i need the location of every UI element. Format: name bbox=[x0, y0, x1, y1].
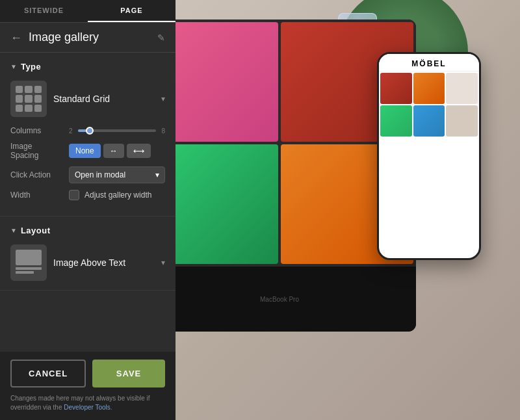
slider-thumb[interactable] bbox=[86, 127, 94, 135]
columns-min: 2 bbox=[69, 127, 73, 135]
type-section-header[interactable]: ▼ Type bbox=[10, 62, 165, 72]
footer-note: Changes made here may not always be visi… bbox=[10, 394, 165, 412]
grid-type-label: Standard Grid bbox=[53, 94, 155, 104]
laptop-keyboard: MacBook Pro bbox=[143, 267, 416, 332]
spacing-btn-large[interactable]: ⟷ bbox=[127, 144, 151, 158]
layout-section-header[interactable]: ▼ Layout bbox=[10, 226, 165, 235]
click-action-select[interactable]: Open in modal ▾ bbox=[69, 166, 165, 183]
spacing-btn-none[interactable]: None bbox=[69, 144, 101, 158]
grid-cell bbox=[25, 95, 32, 102]
sidebar-panel: SITEWIDE PAGE ← Image gallery ✎ ▼ Type bbox=[0, 0, 176, 420]
footer-buttons: CANCEL SAVE bbox=[10, 360, 165, 387]
click-action-label: Click Action bbox=[10, 170, 62, 179]
grid-cell bbox=[25, 86, 32, 93]
grid-cell bbox=[16, 105, 23, 112]
width-checkbox[interactable] bbox=[69, 190, 79, 200]
columns-max: 8 bbox=[161, 127, 165, 135]
save-button[interactable]: SAVE bbox=[92, 360, 165, 387]
width-row: Width Adjust gallery width bbox=[10, 190, 165, 200]
click-action-arrow: ▾ bbox=[155, 170, 159, 179]
footer-note-end: . bbox=[110, 404, 112, 411]
width-checkbox-row: Adjust gallery width bbox=[69, 190, 151, 200]
columns-label: Columns bbox=[10, 126, 62, 135]
width-checkbox-label: Adjust gallery width bbox=[84, 190, 151, 200]
grid-cell bbox=[25, 105, 32, 112]
image-spacing-label: Image Spacing bbox=[10, 142, 62, 160]
phone-gallery bbox=[379, 72, 479, 138]
type-section: ▼ Type Standard Grid ▾ bbox=[0, 53, 176, 217]
layout-type-label-container: Image Above Text bbox=[53, 257, 155, 269]
layout-icon-image-area bbox=[16, 250, 42, 265]
grid-cell bbox=[34, 105, 42, 112]
click-action-row: Click Action Open in modal ▾ bbox=[10, 166, 165, 183]
developer-tools-link[interactable]: Developer Tools bbox=[64, 404, 110, 411]
layout-icon-text-area bbox=[16, 267, 42, 274]
phone-brand: MÖBEL bbox=[379, 54, 479, 72]
layout-section: ▼ Layout Image Above Text ▾ bbox=[0, 217, 176, 291]
width-label: Width bbox=[10, 190, 62, 200]
click-action-value: Open in modal bbox=[75, 170, 125, 179]
grid-cell bbox=[34, 95, 42, 102]
layout-type-icon bbox=[10, 244, 47, 281]
type-chevron-icon: ▼ bbox=[10, 63, 17, 70]
tab-sitewide[interactable]: SITEWIDE bbox=[0, 0, 88, 22]
tab-page[interactable]: PAGE bbox=[88, 0, 176, 22]
layout-chevron-icon: ▼ bbox=[10, 227, 17, 234]
sidebar-content: ▼ Type Standard Grid ▾ bbox=[0, 53, 176, 352]
layout-line bbox=[16, 271, 34, 274]
layout-line bbox=[16, 267, 42, 270]
columns-slider[interactable]: 2 8 bbox=[69, 127, 165, 135]
sidebar-header: ← Image gallery ✎ bbox=[0, 23, 176, 53]
laptop: MacBook Pro bbox=[143, 20, 416, 332]
sidebar-footer: CANCEL SAVE Changes made here may not al… bbox=[0, 352, 176, 420]
layout-selector[interactable]: Image Above Text ▾ bbox=[10, 244, 165, 281]
back-button[interactable]: ← bbox=[10, 32, 22, 44]
phone: MÖBEL bbox=[377, 52, 481, 260]
layout-dropdown-arrow: ▾ bbox=[161, 258, 165, 267]
grid-cell bbox=[16, 95, 23, 102]
grid-type-icon bbox=[10, 81, 47, 117]
columns-row: Columns 2 8 bbox=[10, 126, 165, 135]
image-spacing-row: Image Spacing None ↔ ⟷ bbox=[10, 142, 165, 160]
type-selector[interactable]: Standard Grid ▾ bbox=[10, 81, 165, 117]
type-dropdown-arrow: ▾ bbox=[161, 94, 165, 103]
layout-section-label: Layout bbox=[21, 226, 51, 235]
grid-cell bbox=[34, 86, 42, 93]
spacing-buttons: None ↔ ⟷ bbox=[69, 144, 151, 158]
edit-icon[interactable]: ✎ bbox=[157, 33, 165, 43]
sidebar-tabs: SITEWIDE PAGE bbox=[0, 0, 176, 23]
type-section-label: Type bbox=[21, 62, 41, 72]
spacing-btn-small[interactable]: ↔ bbox=[103, 144, 124, 158]
slider-track[interactable] bbox=[78, 129, 157, 132]
sidebar-title: Image gallery bbox=[29, 31, 151, 44]
grid-cell bbox=[16, 86, 23, 93]
cancel-button[interactable]: CANCEL bbox=[10, 360, 86, 387]
layout-type-label: Image Above Text bbox=[53, 257, 125, 268]
